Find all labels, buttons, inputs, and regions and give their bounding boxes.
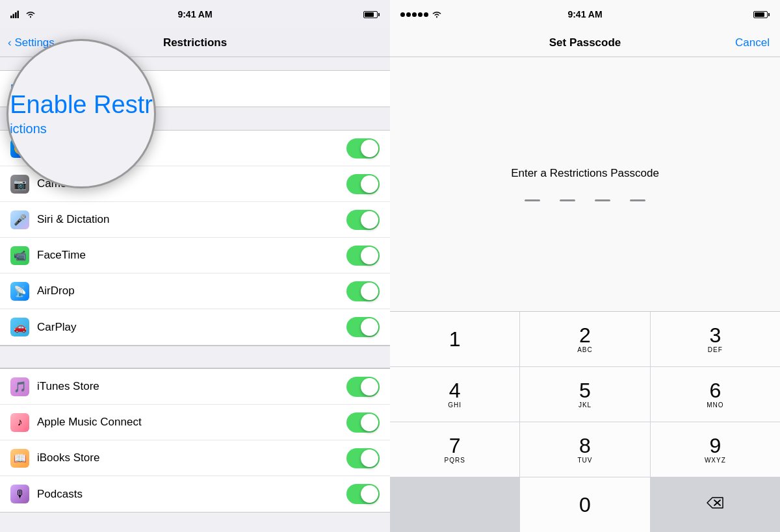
toggle-switch[interactable] (346, 174, 380, 194)
app-icon: 📖 (10, 449, 29, 468)
app-row[interactable]: 📡AirDrop (0, 273, 390, 309)
key-number: 2 (579, 325, 591, 346)
passcode-area: Enter a Restrictions Passcode (390, 57, 780, 311)
toggle-thumb (361, 175, 378, 193)
toggle-thumb (361, 450, 378, 467)
cancel-button[interactable]: Cancel (735, 36, 770, 49)
passcode-nav-title: Set Passcode (549, 36, 621, 49)
toggle-switch[interactable] (346, 246, 380, 266)
time-left: 9:41 AM (177, 9, 212, 19)
numpad-key-6[interactable]: 6MNO (651, 367, 780, 422)
toggle-thumb (361, 378, 378, 396)
toggle-thumb (361, 318, 378, 336)
right-panel: 9:41 AM Set Passcode Cancel Enter a Rest… (390, 0, 780, 532)
numpad-delete-key[interactable] (651, 477, 780, 532)
key-letters: PQRS (444, 457, 465, 464)
passcode-nav: Set Passcode Cancel (390, 29, 780, 57)
app-row[interactable]: 🚗CarPlay (0, 309, 390, 345)
key-letters: WXYZ (705, 457, 726, 464)
app-row[interactable]: 📖iBooks Store (0, 440, 390, 476)
svg-rect-2 (15, 12, 17, 18)
content-apps-section: 🎵iTunes Store♪Apple Music Connect📖iBooks… (0, 368, 390, 513)
toggle-switch[interactable] (346, 448, 380, 468)
key-number: 6 (709, 380, 721, 401)
nav-title-left: Restrictions (163, 36, 227, 49)
numpad-key-4[interactable]: 4GHI (390, 367, 519, 422)
time-right: 9:41 AM (567, 9, 602, 19)
section-spacer-2 (0, 346, 390, 368)
numpad-key-5[interactable]: 5JKL (520, 367, 649, 422)
signal-icon (10, 10, 21, 18)
app-icon: 🎙 (10, 485, 29, 503)
key-letters: DEF (708, 346, 723, 353)
numpad-key-2[interactable]: 2ABC (520, 312, 649, 366)
numpad-empty (390, 477, 519, 532)
toggle-switch[interactable] (346, 317, 380, 337)
passcode-dash-2 (560, 199, 575, 201)
app-icon: 🚗 (10, 318, 29, 336)
toggle-thumb (361, 211, 378, 229)
app-name: iBooks Store (37, 451, 346, 464)
left-panel: 9:41 AM ‹ Settings Restrictions Enable R… (0, 0, 390, 532)
toggle-thumb (361, 414, 378, 431)
toggle-switch[interactable] (346, 210, 380, 230)
toggle-thumb (361, 283, 378, 300)
key-number: 5 (579, 380, 591, 401)
toggle-thumb (361, 247, 378, 264)
toggle-thumb (361, 485, 378, 503)
app-icon: ♪ (10, 413, 29, 432)
numpad-key-8[interactable]: 8TUV (520, 422, 649, 477)
key-number: 1 (449, 329, 461, 349)
app-row[interactable]: ♪Apple Music Connect (0, 405, 390, 440)
numpad-key-9[interactable]: 9WXYZ (651, 422, 780, 477)
toggle-switch[interactable] (346, 484, 380, 504)
toggle-switch[interactable] (346, 377, 380, 397)
app-name: Podcasts (37, 488, 346, 501)
signal-dots-right (400, 10, 442, 18)
numpad-key-3[interactable]: 3DEF (651, 312, 780, 366)
key-letters: GHI (448, 401, 462, 409)
numpad-key-7[interactable]: 7PQRS (390, 422, 519, 477)
magnify-subtitle: ictions (10, 121, 153, 136)
app-icon: 📷 (10, 175, 29, 194)
key-letters: ABC (577, 346, 593, 353)
passcode-prompt: Enter a Restrictions Passcode (511, 167, 659, 180)
app-row[interactable]: 🎵iTunes Store (0, 369, 390, 405)
app-row[interactable]: 📹FaceTime (0, 238, 390, 273)
passcode-dash-3 (595, 199, 610, 201)
signal-dot-1 (400, 12, 405, 17)
magnify-title: Enable Restr (10, 91, 153, 119)
key-number: 3 (709, 325, 721, 346)
app-name: iTunes Store (37, 380, 346, 393)
app-row[interactable]: 🎙Podcasts (0, 476, 390, 512)
app-icon: 🎤 (10, 210, 29, 229)
svg-rect-1 (13, 14, 15, 19)
signal-area (10, 10, 36, 18)
app-name: CarPlay (37, 321, 346, 334)
status-bar-right: 9:41 AM (390, 0, 780, 29)
toggle-switch[interactable] (346, 412, 380, 433)
numpad-key-1[interactable]: 1 (390, 312, 519, 366)
signal-dot-5 (424, 12, 428, 17)
magnify-overlay: Enable Restr ictions (6, 39, 156, 188)
passcode-dash-1 (525, 199, 540, 201)
key-number: 9 (709, 435, 721, 456)
app-icon: 📡 (10, 282, 29, 301)
svg-rect-0 (10, 16, 12, 18)
toggle-switch[interactable] (346, 138, 380, 158)
signal-dot-4 (418, 12, 422, 17)
signal-dot-2 (406, 12, 411, 17)
status-bar-left: 9:41 AM (0, 0, 390, 29)
signal-dot-3 (412, 12, 417, 17)
wifi-icon-right (432, 10, 442, 18)
battery-left (363, 11, 380, 18)
toggle-switch[interactable] (346, 281, 380, 301)
app-name: Apple Music Connect (37, 416, 346, 429)
app-name: Siri & Dictation (37, 213, 346, 226)
numpad-key-0[interactable]: 0 (520, 477, 649, 532)
app-name: AirDrop (37, 285, 346, 298)
key-letters: TUV (577, 457, 592, 464)
svg-rect-3 (18, 11, 20, 19)
app-row[interactable]: 🎤Siri & Dictation (0, 202, 390, 238)
passcode-dash-4 (630, 199, 645, 201)
